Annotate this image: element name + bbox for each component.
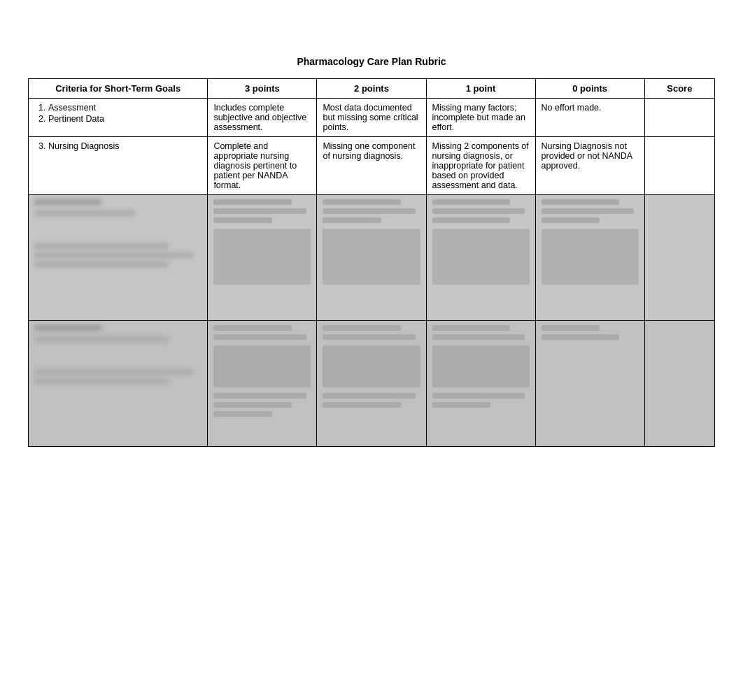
- rubric-title: Pharmacology Care Plan Rubric: [28, 56, 715, 67]
- header-0points: 0 points: [535, 79, 644, 99]
- blurred-1pt-3: [426, 195, 535, 321]
- criteria-item-assessment: Assessment: [48, 103, 201, 113]
- cell-0pts-2: Nursing Diagnosis not provided or not NA…: [535, 137, 644, 195]
- blurred-0pts-4: [535, 321, 644, 447]
- cell-2pts-2: Missing one component of nursing diagnos…: [317, 137, 426, 195]
- table-header-row: Criteria for Short-Term Goals 3 points 2…: [29, 79, 715, 99]
- rubric-table: Criteria for Short-Term Goals 3 points 2…: [28, 78, 715, 447]
- cell-2pts-1: Most data documented but missing some cr…: [317, 99, 426, 137]
- table-row: Nursing Diagnosis Complete and appropria…: [29, 137, 715, 195]
- cell-1pt-1: Missing many factors; incomplete but mad…: [426, 99, 535, 137]
- score-cell-2: [644, 137, 714, 195]
- header-1point: 1 point: [426, 79, 535, 99]
- table-row-blurred-3: [29, 195, 715, 321]
- blurred-3pts-3: [208, 195, 317, 321]
- table-row-blurred-4: [29, 321, 715, 447]
- score-cell-1: [644, 99, 714, 137]
- blurred-2pts-4: [317, 321, 426, 447]
- table-row: Assessment Pertinent Data Includes compl…: [29, 99, 715, 137]
- header-2points: 2 points: [317, 79, 426, 99]
- criteria-item-nursing-diagnosis: Nursing Diagnosis: [48, 141, 201, 151]
- cell-0pts-1: No effort made.: [535, 99, 644, 137]
- blurred-3pts-4: [208, 321, 317, 447]
- cell-3pts-2: Complete and appropriate nursing diagnos…: [208, 137, 317, 195]
- blurred-score-3: [644, 195, 714, 321]
- cell-3pts-1: Includes complete subjective and objecti…: [208, 99, 317, 137]
- page-container: Pharmacology Care Plan Rubric Criteria f…: [0, 0, 743, 475]
- header-3points: 3 points: [208, 79, 317, 99]
- header-criteria: Criteria for Short-Term Goals: [29, 79, 208, 99]
- criteria-item-pertinent-data: Pertinent Data: [48, 114, 201, 124]
- blurred-1pt-4: [426, 321, 535, 447]
- criteria-cell-1: Assessment Pertinent Data: [29, 99, 208, 137]
- blurred-criteria-4: [29, 321, 208, 447]
- blurred-score-4: [644, 321, 714, 447]
- header-score: Score: [644, 79, 714, 99]
- cell-1pt-2: Missing 2 components of nursing diagnosi…: [426, 137, 535, 195]
- blurred-criteria-3: [29, 195, 208, 321]
- blurred-0pts-3: [535, 195, 644, 321]
- blurred-2pts-3: [317, 195, 426, 321]
- criteria-cell-2: Nursing Diagnosis: [29, 137, 208, 195]
